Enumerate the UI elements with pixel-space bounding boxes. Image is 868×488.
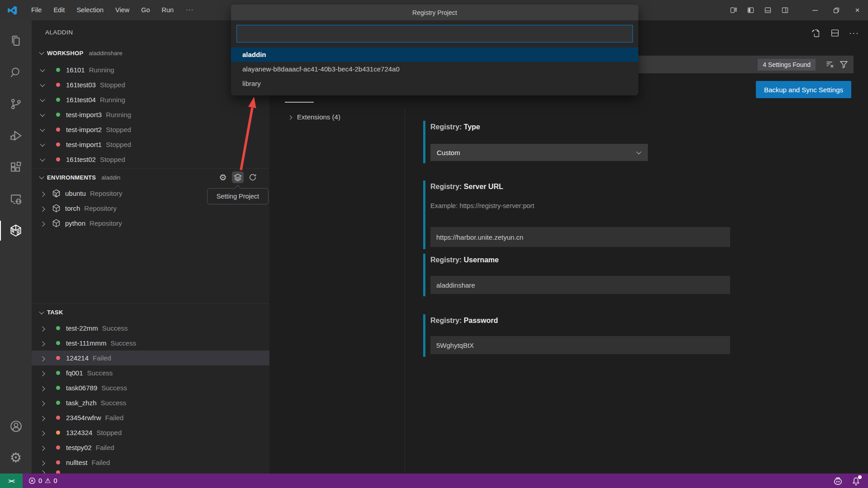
environments-label: ENVIRONMENTS [47, 174, 96, 181]
editor-more-actions-icon[interactable]: ··· [849, 31, 859, 35]
registry-username-input[interactable] [430, 276, 730, 294]
environment-item[interactable]: pythonRepository [32, 216, 269, 231]
quickpick-input[interactable] [236, 25, 633, 43]
clear-filters-icon[interactable] [824, 59, 835, 70]
notification-badge [858, 475, 862, 479]
menu-selection[interactable]: Selection [71, 0, 109, 20]
quickpick-registry-project: Registry Project aladdin alayanew-b8daaa… [231, 5, 638, 95]
chevron-right-icon [40, 206, 45, 211]
source-control-icon[interactable] [0, 88, 32, 120]
activity-bar: ⚙ [0, 20, 32, 474]
section-header-environments[interactable]: ENVIRONMENTS aladdin ⚙ [32, 169, 269, 186]
copilot-icon[interactable] [833, 476, 843, 486]
toc-extensions[interactable]: Extensions (4) [288, 113, 340, 121]
close-button[interactable]: × [847, 0, 868, 20]
item-name: python [65, 219, 85, 227]
menu-go[interactable]: Go [135, 0, 156, 20]
task-item-clipped[interactable] [32, 470, 269, 474]
chevron-down-icon [39, 50, 44, 55]
chevron-right-icon [40, 191, 45, 196]
item-name: ubuntu [65, 190, 86, 197]
item-status: Failed [92, 459, 110, 466]
section-header-task[interactable]: TASK [32, 304, 269, 321]
toc-splitter[interactable] [405, 109, 405, 471]
refresh-icon[interactable] [247, 171, 259, 183]
aladdin-extension-icon[interactable] [0, 215, 32, 246]
quickpick-item[interactable]: alayanew-b8daaacf-ac41-40b3-bec4-2b431ce… [231, 62, 638, 76]
registry-server-url-input[interactable] [430, 227, 730, 247]
task-item[interactable]: 23454rwfrwFailed [32, 410, 269, 425]
item-name: 161test04 [66, 96, 96, 104]
restore-button[interactable] [826, 0, 847, 20]
backup-sync-settings-button[interactable]: Backup and Sync Settings [756, 81, 851, 98]
task-item[interactable]: test-111mmmSuccess [32, 336, 269, 351]
setting-project-tooltip: Setting Project [207, 188, 269, 204]
setting-project-layers-icon[interactable] [232, 171, 244, 183]
customize-layout-icon[interactable] [725, 0, 742, 20]
toggle-primary-sidebar-icon[interactable] [742, 0, 759, 20]
item-name: task06789 [66, 384, 97, 392]
chevron-right-icon [40, 326, 45, 331]
problems-status[interactable]: 0 ⚠ 0 [28, 477, 57, 485]
chevron-down-icon [636, 149, 641, 154]
item-status: Success [101, 384, 127, 392]
notifications-bell-icon[interactable] [851, 476, 861, 486]
task-item[interactable]: nulltestFailed [32, 455, 269, 470]
item-name: 1324324 [66, 429, 92, 436]
minimize-button[interactable] [804, 0, 826, 20]
status-dot [56, 356, 60, 360]
registry-type-select[interactable]: Custom [430, 144, 648, 161]
package-icon [52, 204, 61, 213]
modified-indicator [423, 180, 425, 249]
manage-gear-icon[interactable]: ⚙ [0, 442, 32, 474]
item-status: Success [101, 399, 127, 407]
run-debug-icon[interactable] [0, 120, 32, 152]
workshop-item[interactable]: test-import2Stopped [32, 122, 269, 137]
toggle-panel-icon[interactable] [759, 0, 776, 20]
task-item[interactable]: task_zhzhSuccess [32, 395, 269, 410]
remote-indicator[interactable]: >< [0, 474, 23, 488]
quickpick-item[interactable]: library [231, 76, 638, 91]
split-editor-icon[interactable] [830, 28, 840, 38]
setting-name: Server URL [464, 183, 503, 190]
warning-count: 0 [54, 477, 57, 484]
task-item[interactable]: task06789Success [32, 380, 269, 395]
registry-password-input[interactable] [430, 336, 730, 354]
status-dot [56, 113, 60, 117]
workshop-description: aladdinshare [89, 50, 122, 57]
task-item-selected[interactable]: 124214Failed [32, 351, 269, 365]
item-status: Success [87, 369, 113, 377]
item-name: fq001 [66, 369, 83, 377]
menu-run[interactable]: Run [156, 0, 180, 20]
status-dot [56, 460, 60, 464]
toggle-secondary-sidebar-icon[interactable] [776, 0, 793, 20]
setting-label: Registry: Type [430, 123, 480, 131]
workshop-item[interactable]: test-import1Stopped [32, 137, 269, 152]
menu-bar: File Edit Selection View Go Run ··· [25, 0, 200, 20]
task-item[interactable]: 1324324Stopped [32, 425, 269, 440]
chevron-down-icon [40, 156, 45, 161]
accounts-icon[interactable] [0, 410, 32, 442]
workshop-item[interactable]: test-import3Running [32, 107, 269, 122]
item-name: test-import3 [66, 111, 102, 118]
remote-explorer-icon[interactable] [0, 183, 32, 215]
explorer-icon[interactable] [0, 25, 32, 57]
task-item[interactable]: testpy02Failed [32, 440, 269, 455]
open-settings-json-icon[interactable] [811, 28, 821, 38]
menu-edit[interactable]: Edit [47, 0, 71, 20]
status-dot [56, 431, 60, 435]
filter-funnel-icon[interactable] [838, 59, 849, 70]
extensions-icon[interactable] [0, 152, 32, 183]
quickpick-item[interactable]: aladdin [231, 47, 638, 62]
more-menus-icon[interactable]: ··· [179, 0, 200, 20]
menu-view[interactable]: View [109, 0, 135, 20]
settings-gear-icon[interactable]: ⚙ [217, 171, 229, 183]
status-dot [56, 371, 60, 375]
menu-file[interactable]: File [25, 0, 47, 20]
registry-type-value: Custom [437, 149, 460, 156]
search-icon[interactable] [0, 57, 32, 88]
status-dot [56, 416, 60, 420]
workshop-item[interactable]: 161test02Stopped [32, 152, 269, 167]
task-item[interactable]: fq001Success [32, 365, 269, 380]
task-item[interactable]: test-22mmSuccess [32, 321, 269, 336]
